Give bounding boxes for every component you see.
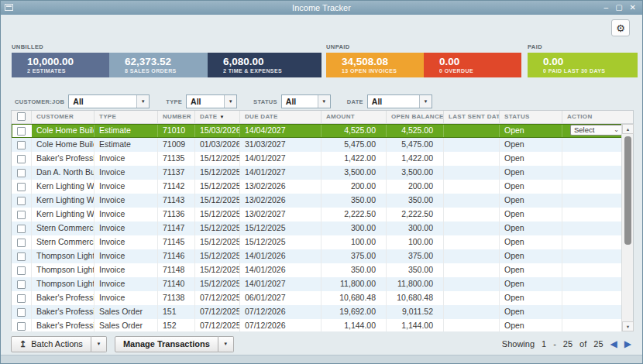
scroll-down-button[interactable]: ▼ <box>622 321 634 331</box>
column-header-number[interactable]: NUMBER <box>158 111 195 123</box>
column-header-last-sent-date[interactable]: LAST SENT DATE <box>444 111 500 123</box>
footer-bar: ↥ Batch Actions ▼ Manage Transactions ▼ … <box>11 335 634 353</box>
row-checkbox[interactable] <box>17 211 26 219</box>
summary-tile[interactable]: 0.000 PAID LAST 30 DAYS <box>528 53 638 77</box>
table-row[interactable]: Baker's Professi...Invoice7113807/12/202… <box>12 291 623 305</box>
table-row[interactable]: Kern Lighting W...Invoice7113615/12/2025… <box>12 208 623 221</box>
summary-tile[interactable]: 62,373.528 SALES ORDERS <box>109 53 208 77</box>
cell-due-date: 14/01/2027 <box>240 166 322 180</box>
table-row[interactable]: Baker's Professi...Sales Order15107/12/2… <box>12 305 623 319</box>
cell-customer: Baker's Professi... <box>32 319 95 331</box>
row-checkbox[interactable] <box>17 141 26 149</box>
cell-status: Open <box>500 263 562 277</box>
column-header-amount[interactable]: AMOUNT <box>322 111 387 123</box>
cell-type: Invoice <box>95 166 158 180</box>
type-filter-dropdown[interactable]: All ▼ <box>186 94 237 108</box>
scroll-up-button[interactable]: ▲ <box>622 124 634 134</box>
select-all-checkbox[interactable] <box>17 112 26 121</box>
minimize-icon[interactable]: – <box>604 1 609 15</box>
date-filter-dropdown[interactable]: All ▼ <box>367 94 432 108</box>
next-page-icon[interactable]: ▶ <box>624 339 631 349</box>
cell-checkbox <box>12 180 32 194</box>
cell-number: 71136 <box>158 208 195 221</box>
row-checkbox[interactable] <box>17 280 26 289</box>
customer-job-filter-dropdown[interactable]: All ▼ <box>68 94 150 108</box>
column-header-action[interactable]: ACTION <box>562 111 623 123</box>
summary-tile[interactable]: 0.000 OVERDUE <box>424 53 521 77</box>
cell-open-balance: 375.00 <box>387 249 444 263</box>
cell-action <box>562 208 623 221</box>
row-checkbox[interactable] <box>17 197 26 205</box>
row-checkbox[interactable] <box>17 183 26 191</box>
table-row[interactable]: Stern Commerci...Invoice7114515/12/20251… <box>12 235 623 249</box>
summary-tile[interactable]: 34,508.0813 OPEN INVOICES <box>326 53 424 77</box>
table-row[interactable]: Cole Home Build...Estimate7101015/03/202… <box>12 124 623 138</box>
row-checkbox[interactable] <box>17 225 26 233</box>
cell-customer: Thompson Lighti... <box>32 263 95 277</box>
cell-open-balance: 10,680.48 <box>387 291 444 305</box>
row-checkbox[interactable] <box>17 127 26 136</box>
row-checkbox[interactable] <box>17 169 26 177</box>
select-all-checkbox-cell[interactable] <box>12 111 32 123</box>
cell-due-date: 13/02/2026 <box>240 194 322 208</box>
table-row[interactable]: Baker's Professi...Sales Order15207/12/2… <box>12 319 623 331</box>
vertical-scrollbar[interactable]: ▲ ▼ <box>621 124 633 331</box>
table-row[interactable]: Cole Home Build...Estimate7100901/03/202… <box>12 138 623 152</box>
chevron-down-icon: ▼ <box>322 99 326 104</box>
table-row[interactable]: Dan A. North Bui...Invoice7113715/12/202… <box>12 166 623 180</box>
previous-page-icon[interactable]: ◀ <box>610 339 617 349</box>
cell-type: Invoice <box>95 249 158 263</box>
table-row[interactable]: Thompson Lighti...Invoice7114015/12/2025… <box>12 277 623 291</box>
scroll-up-icon: ▲ <box>626 127 630 132</box>
column-header-customer[interactable]: CUSTOMER <box>32 111 95 123</box>
table-row[interactable]: Kern Lighting W...Invoice7114215/12/2025… <box>12 180 623 194</box>
cell-due-date: 13/02/2026 <box>240 180 322 194</box>
table-row[interactable]: Stern Commerci...Invoice7114715/12/20251… <box>12 221 623 235</box>
status-filter-label: STATUS <box>253 98 277 105</box>
settings-button[interactable]: ⚙ <box>611 19 630 36</box>
row-checkbox[interactable] <box>17 266 26 275</box>
range-from: 1 <box>542 339 546 349</box>
maximize-icon[interactable]: ▢ <box>615 1 622 15</box>
row-checkbox[interactable] <box>17 239 26 247</box>
manage-transactions-button[interactable]: Manage Transactions <box>115 336 218 352</box>
dropdown-button[interactable]: ▼ <box>136 95 149 108</box>
row-checkbox[interactable] <box>17 252 26 261</box>
row-checkbox[interactable] <box>17 155 26 163</box>
summary-tile[interactable]: 6,080.002 TIME & EXPENSES <box>208 53 322 77</box>
cell-number: 71142 <box>158 180 195 194</box>
column-header-date[interactable]: DATE▼ <box>195 111 240 123</box>
table-row[interactable]: Baker's Professi...Invoice7113515/12/202… <box>12 152 623 166</box>
column-header-type[interactable]: TYPE <box>95 111 158 123</box>
cell-number: 71138 <box>158 291 195 305</box>
cell-customer: Dan A. North Bui... <box>32 166 95 180</box>
cell-date: 15/12/2025 <box>195 208 240 221</box>
cell-number: 71137 <box>158 166 195 180</box>
table-row[interactable]: Kern Lighting W...Invoice7114315/12/2025… <box>12 194 623 208</box>
close-icon[interactable]: ✕ <box>630 1 636 15</box>
column-header-status[interactable]: STATUS <box>500 111 562 123</box>
dropdown-button[interactable]: ▼ <box>318 95 330 108</box>
scrollbar-thumb[interactable] <box>624 136 631 245</box>
dropdown-button[interactable]: ▼ <box>224 95 236 108</box>
window-title: Income Tracker <box>1 3 642 12</box>
table-row[interactable]: Thompson Lighti...Invoice7114815/12/2025… <box>12 263 623 277</box>
cell-date: 07/12/2025 <box>195 291 240 305</box>
batch-actions-dropdown-button[interactable]: ▼ <box>91 336 107 352</box>
action-select-dropdown[interactable]: Select⌄ <box>570 125 623 136</box>
batch-actions-button[interactable]: ↥ Batch Actions <box>11 336 91 352</box>
table-row[interactable]: Thompson Lighti...Invoice7114615/12/2025… <box>12 249 623 263</box>
manage-transactions-dropdown-button[interactable]: ▼ <box>218 336 234 352</box>
table-header: CUSTOMER TYPE NUMBER DATE▼ DUE DATE AMOU… <box>12 111 633 124</box>
row-checkbox[interactable] <box>17 294 26 303</box>
column-header-due-date[interactable]: DUE DATE <box>240 111 322 123</box>
cell-checkbox <box>12 277 32 291</box>
status-filter-dropdown[interactable]: All ▼ <box>281 94 331 108</box>
summary-tile[interactable]: 10,000.002 ESTIMATES <box>12 53 109 77</box>
dropdown-button[interactable]: ▼ <box>419 95 432 108</box>
column-header-open-balance[interactable]: OPEN BALANCE <box>387 111 444 123</box>
row-checkbox[interactable] <box>17 308 26 317</box>
cell-open-balance: 11,800.00 <box>387 277 444 291</box>
tile-caption: 8 SALES ORDERS <box>125 68 208 74</box>
row-checkbox[interactable] <box>17 322 26 331</box>
